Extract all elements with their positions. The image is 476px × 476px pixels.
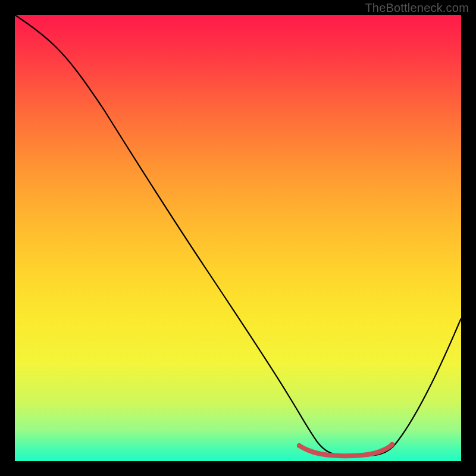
- chart-frame: TheBottleneck.com: [0, 0, 476, 476]
- bottleneck-curve: [15, 15, 461, 456]
- plot-area: [15, 15, 461, 461]
- marker-start-dot: [297, 443, 302, 448]
- attribution-text: TheBottleneck.com: [365, 1, 469, 15]
- marker-end-dot: [390, 442, 394, 447]
- curve-layer: [15, 15, 461, 461]
- optimal-range-marker: [299, 444, 392, 456]
